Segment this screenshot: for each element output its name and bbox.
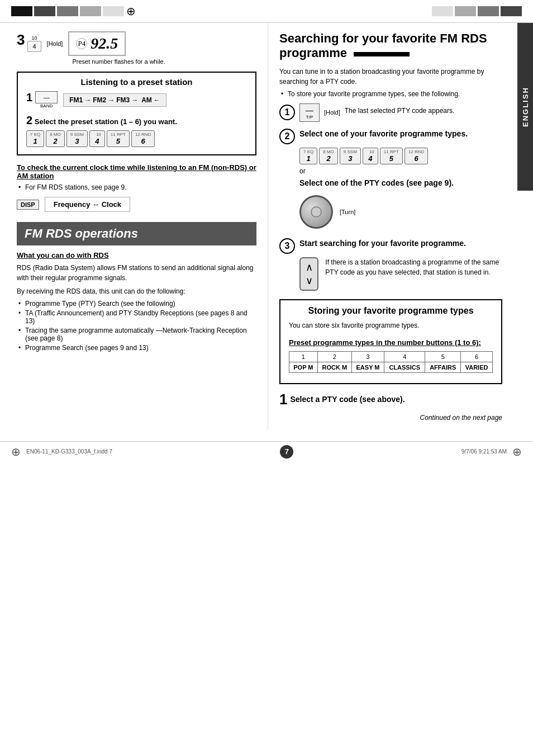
right-step1-circle: 1 — [279, 105, 295, 120]
am-label: AM — [141, 96, 152, 104]
fm3-label: FM3 — [116, 96, 130, 104]
right-step3-text: Start searching for your favorite progra… — [299, 238, 466, 248]
fmrds-bullet-list: Programme Type (PTY) Search (see the fol… — [17, 300, 256, 352]
tp-button[interactable]: — T/P — [299, 103, 320, 122]
hold-button[interactable]: 4 — [27, 41, 41, 52]
right-key-3[interactable]: 9 SSM3 — [340, 148, 361, 164]
freq-clock-box: Frequency ↔ Clock — [45, 197, 130, 212]
top-block-r2 — [455, 6, 476, 16]
right-step3-body: If there is a station broadcasting a pro… — [325, 257, 502, 277]
fm1-label: FM1 — [69, 96, 83, 104]
step1b-row: 1 Select a PTY code (see above). — [279, 391, 502, 408]
table-num-4: 4 — [384, 351, 425, 362]
table-num-1: 1 — [289, 351, 318, 362]
bottom-left-text: EN06-11_KD-G333_003A_f.indd 7 — [26, 448, 112, 455]
right-step1-content: — T/P [Hold] The last selected PTY code … — [299, 103, 454, 122]
preset-key-3[interactable]: 9 SSM3 — [66, 130, 88, 147]
table-num-3: 3 — [351, 351, 384, 362]
table-num-2: 2 — [317, 351, 351, 362]
bottom-right: 9/7/06 9:21:53 AM ⊕ — [461, 445, 522, 459]
band-button[interactable]: — — [35, 91, 58, 103]
preset-keys: 7 EQ1 8 MO2 9 SSM3 104 11 RPT5 12 RND6 — [26, 130, 247, 147]
right-step2-keys: 7 EQ1 8 MO2 9 SSM3 104 11 RPT5 12 RND6 — [299, 148, 502, 164]
hold-button-wrapper: 10 4 — [27, 35, 41, 52]
clock-section: To check the current clock time while li… — [17, 163, 256, 212]
clock-bullet-list: For FM RDS stations, see page 9. — [17, 183, 256, 191]
fm-flow: FM1 → FM2 → FM3 → AM ← — [63, 93, 166, 107]
preset-caption: Preset number flashes for a while. — [72, 58, 165, 65]
right-step3-circle: 3 — [279, 238, 295, 254]
clock-heading: To check the current clock time while li… — [17, 163, 256, 180]
right-step3-content: ∧ ∨ If there is a station broadcasting a… — [299, 257, 502, 291]
fmrds-title-box: FM RDS operations — [17, 222, 256, 245]
table-num-5: 5 — [425, 351, 461, 362]
turn-label: [Turn] — [340, 209, 355, 215]
select-pty-text: Select one of the PTY codes (see page 9)… — [299, 178, 502, 188]
seek-arrow-down: ∨ — [306, 275, 313, 287]
hold-text: [Hold] — [47, 40, 63, 47]
right-column: Searching for your favorite FM RDS progr… — [268, 23, 533, 430]
bottom-bar: ⊕ EN06-11_KD-G333_003A_f.indd 7 7 9/7/06… — [0, 441, 533, 462]
step3-row: 3 10 4 [Hold] P4 92.5 Preset number f — [17, 31, 256, 65]
preset-key-1[interactable]: 7 EQ1 — [26, 130, 44, 147]
right-step2-block: 2 Select one of your favorite programme … — [279, 129, 502, 231]
right-step3-block: 3 Start searching for your favorite prog… — [279, 238, 502, 291]
right-bullet: To store your favorite programme types, … — [279, 90, 502, 98]
clock-bullet: For FM RDS stations, see page 9. — [17, 183, 256, 191]
seek-button[interactable]: ∧ ∨ — [299, 257, 318, 291]
disp-button[interactable]: DISP — [17, 200, 39, 210]
bottom-right-text: 9/7/06 9:21:53 AM — [461, 448, 507, 455]
dial-row: [Turn] — [299, 192, 502, 231]
disp-row: DISP Frequency ↔ Clock — [17, 197, 256, 212]
right-step2-text: Select one of your favorite programme ty… — [299, 129, 468, 139]
section-title: Searching for your favorite FM RDS progr… — [279, 31, 487, 60]
preset-key-2[interactable]: 8 MO2 — [46, 130, 65, 147]
table-label-2: ROCK M — [317, 362, 351, 372]
band-label: BAND — [40, 103, 53, 108]
top-block-r1 — [432, 6, 453, 16]
bottom-compass-left: ⊕ — [11, 445, 21, 459]
top-block-4 — [80, 6, 101, 16]
table-num-6: 6 — [461, 351, 493, 362]
continued-text: Continued on the next page — [279, 414, 502, 422]
right-step3-row: 3 Start searching for your favorite prog… — [279, 238, 502, 254]
fmrds-what-heading: What you can do with RDS — [17, 251, 256, 259]
preset-box-title: Listening to a preset station — [26, 77, 247, 87]
storing-title: Storing your favorite programme types — [289, 306, 493, 316]
step3-content: 10 4 [Hold] P4 92.5 Preset number flashe… — [27, 31, 165, 65]
preset-step2-text: 2 Select the preset station (1 – 6) you … — [26, 114, 247, 127]
preset-station-box: Listening to a preset station 1 — BAND F… — [17, 72, 256, 155]
title-bar — [354, 52, 410, 56]
storing-box: Storing your favorite programme types Yo… — [279, 299, 502, 384]
top-block-2 — [34, 6, 55, 16]
table-label-row: POP M ROCK M EASY M CLASSICS AFFAIRS VAR… — [289, 362, 493, 372]
or-text: or — [299, 167, 502, 175]
right-bullet-list: To store your favorite programme types, … — [279, 90, 502, 98]
fmrds-title: FM RDS operations — [25, 226, 138, 240]
right-key-1[interactable]: 7 EQ1 — [299, 148, 317, 164]
preset-heading: Preset programme types in the number but… — [289, 338, 493, 347]
fmrds-bullet-2: TA (Traffic Announcement) and PTY Standb… — [17, 309, 256, 325]
preset-step1-number: 1 — [26, 91, 32, 104]
preset-key-6[interactable]: 12 RND6 — [131, 130, 155, 147]
right-key-2[interactable]: 8 MO2 — [319, 148, 338, 164]
hold-area: 10 4 [Hold] P4 92.5 — [27, 31, 165, 56]
left-column: 3 10 4 [Hold] P4 92.5 Preset number f — [0, 23, 268, 430]
top-block-3 — [57, 6, 78, 16]
hold-button-top: 10 — [32, 35, 37, 41]
right-key-6[interactable]: 12 RND6 — [404, 148, 428, 164]
right-step2-circle: 2 — [279, 129, 295, 144]
top-block-r4 — [501, 6, 522, 16]
dial-knob[interactable] — [299, 195, 333, 229]
english-sidebar: ENGLISH — [517, 23, 533, 191]
programme-types-table: 1 2 3 4 5 6 POP M ROCK M EASY M CLASSICS… — [289, 351, 493, 373]
preset-step2-row: 2 Select the preset station (1 – 6) you … — [26, 114, 247, 147]
right-key-4[interactable]: 104 — [363, 148, 378, 164]
preset-key-4[interactable]: 104 — [89, 130, 105, 147]
table-label-5: AFFAIRS — [425, 362, 461, 372]
table-label-4: CLASSICS — [384, 362, 425, 372]
preset-key-5[interactable]: 11 RPT5 — [107, 130, 130, 147]
right-intro: You can tune in to a station broadcastin… — [279, 67, 502, 87]
preset-step1-row: 1 — BAND FM1 → FM2 → FM3 → AM — [26, 91, 247, 108]
right-key-5[interactable]: 11 RPT5 — [380, 148, 403, 164]
